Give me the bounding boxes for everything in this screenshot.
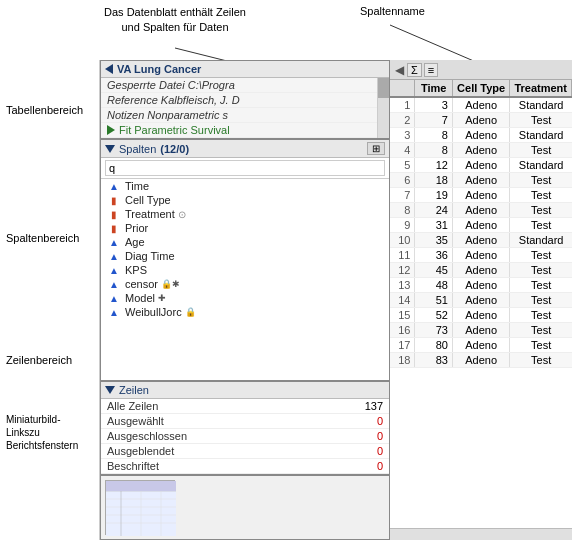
data-nav-header: ◀ Σ ≡ [390, 60, 572, 80]
table-row[interactable]: 8 24 Adeno Test [390, 203, 572, 218]
table-row[interactable]: 3 8 Adeno Standard [390, 128, 572, 143]
data-table-wrap: ◀ Σ ≡ Time Cell Type Treatment 1 3 Adeno… [390, 60, 572, 540]
mini-section [101, 474, 389, 539]
va-content-wrap: Gesperrte Datei C:\Progra Reference Kalb… [101, 78, 389, 138]
table-scrollbar-horizontal[interactable] [390, 528, 572, 540]
zeilen-header[interactable]: Zeilen [101, 380, 389, 399]
col-item-time[interactable]: ▲ Time [101, 179, 389, 193]
row-num: 1 [390, 98, 415, 112]
table-row[interactable]: 16 73 Adeno Test [390, 323, 572, 338]
time-icon: ▲ [107, 180, 121, 192]
col-item-model[interactable]: ▲ Model ✚ [101, 291, 389, 305]
row-time: 52 [415, 308, 453, 322]
row-cell-type: Adeno [453, 323, 510, 337]
row-treatment: Test [510, 203, 572, 217]
row-treatment: Test [510, 143, 572, 157]
table-row[interactable]: 2 7 Adeno Test [390, 113, 572, 128]
nav-left-arrow[interactable]: ◀ [392, 63, 407, 77]
sigma-button[interactable]: Σ [407, 63, 422, 77]
row-time: 24 [415, 203, 453, 217]
mini-thumbnail[interactable] [105, 480, 175, 535]
row-num: 3 [390, 128, 415, 142]
col-header-time[interactable]: Time [415, 80, 453, 96]
table-row[interactable]: 13 48 Adeno Test [390, 278, 572, 293]
row-cell-type: Adeno [453, 98, 510, 112]
row-num: 10 [390, 233, 415, 247]
kps-icon: ▲ [107, 264, 121, 276]
col-item-diag-time[interactable]: ▲ Diag Time [101, 249, 389, 263]
row-time: 51 [415, 293, 453, 307]
table-row[interactable]: 11 36 Adeno Test [390, 248, 572, 263]
cell-type-icon: ▮ [107, 194, 121, 206]
treatment-extra-icon: ⊙ [178, 209, 186, 220]
row-cell-type: Adeno [453, 143, 510, 157]
row-cell-type: Adeno [453, 233, 510, 247]
zeilen-row-alle: Alle Zeilen 137 [101, 399, 389, 414]
label-spaltenbereich: Spaltenbereich [0, 160, 99, 315]
row-treatment: Standard [510, 158, 572, 172]
treatment-icon: ▮ [107, 208, 121, 220]
row-treatment: Standard [510, 233, 572, 247]
row-cell-type: Adeno [453, 128, 510, 142]
va-scrollbar[interactable] [377, 78, 389, 138]
col-item-censor[interactable]: ▲ censor 🔒 ✱ [101, 277, 389, 291]
va-row-0: Gesperrte Datei C:\Progra [101, 78, 377, 93]
table-row[interactable]: 7 19 Adeno Test [390, 188, 572, 203]
row-num: 11 [390, 248, 415, 262]
row-cell-type: Adeno [453, 113, 510, 127]
spalten-title: Spalten [119, 143, 156, 155]
table-row[interactable]: 6 18 Adeno Test [390, 173, 572, 188]
col-item-kps[interactable]: ▲ KPS [101, 263, 389, 277]
col-header-cell-type[interactable]: Cell Type [453, 80, 510, 96]
col-item-cell-type[interactable]: ▮ Cell Type [101, 193, 389, 207]
va-row-3[interactable]: Fit Parametric Survival [101, 123, 377, 138]
table-row[interactable]: 14 51 Adeno Test [390, 293, 572, 308]
zeilen-row-ausgeblendet: Ausgeblendet 0 [101, 444, 389, 459]
age-icon: ▲ [107, 236, 121, 248]
row-treatment: Standard [510, 98, 572, 112]
table-row[interactable]: 15 52 Adeno Test [390, 308, 572, 323]
table-row[interactable]: 17 80 Adeno Test [390, 338, 572, 353]
table-row[interactable]: 1 3 Adeno Standard [390, 98, 572, 113]
va-scrollbar-thumb[interactable] [378, 78, 389, 98]
col-header-num [390, 80, 415, 96]
filter-button[interactable]: ≡ [424, 63, 438, 77]
column-list: ▲ Time ▮ Cell Type ▮ Treatment ⊙ ▮ Prior… [101, 179, 389, 380]
table-row[interactable]: 10 35 Adeno Standard [390, 233, 572, 248]
table-row[interactable]: 4 8 Adeno Test [390, 143, 572, 158]
row-cell-type: Adeno [453, 218, 510, 232]
row-treatment: Test [510, 338, 572, 352]
col-item-weibull[interactable]: ▲ WeibullJorc 🔒 [101, 305, 389, 319]
col-header-treatment[interactable]: Treatment [510, 80, 572, 96]
table-row[interactable]: 9 31 Adeno Test [390, 218, 572, 233]
col-item-prior[interactable]: ▮ Prior [101, 221, 389, 235]
row-cell-type: Adeno [453, 338, 510, 352]
row-num: 9 [390, 218, 415, 232]
spalten-add-button[interactable]: ⊞ [367, 142, 385, 155]
label-tabellenbereich: Tabellenbereich [0, 60, 99, 160]
col-item-treatment[interactable]: ▮ Treatment ⊙ [101, 207, 389, 221]
row-treatment: Test [510, 218, 572, 232]
spalten-collapse-icon [105, 145, 115, 153]
row-num: 16 [390, 323, 415, 337]
zeilen-table: Alle Zeilen 137 Ausgewählt 0 Ausgeschlos… [101, 399, 389, 474]
row-cell-type: Adeno [453, 203, 510, 217]
row-time: 48 [415, 278, 453, 292]
va-section-header[interactable]: VA Lung Cancer [101, 61, 389, 78]
row-time: 8 [415, 143, 453, 157]
row-cell-type: Adeno [453, 188, 510, 202]
row-treatment: Test [510, 263, 572, 277]
col-item-age[interactable]: ▲ Age [101, 235, 389, 249]
table-row[interactable]: 5 12 Adeno Standard [390, 158, 572, 173]
weibull-lock-icon: 🔒 [185, 307, 196, 317]
spalten-header[interactable]: Spalten (12/0) ⊞ [101, 138, 389, 158]
center-panel: VA Lung Cancer Gesperrte Datei C:\Progra… [100, 60, 390, 540]
row-time: 3 [415, 98, 453, 112]
row-num: 18 [390, 353, 415, 367]
table-row[interactable]: 12 45 Adeno Test [390, 263, 572, 278]
spalten-search-input[interactable] [105, 160, 385, 176]
label-zeilenbereich: Zeilenbereich [0, 315, 99, 405]
row-cell-type: Adeno [453, 308, 510, 322]
zeilen-row-ausgewaehlt: Ausgewählt 0 [101, 414, 389, 429]
table-row[interactable]: 18 83 Adeno Test [390, 353, 572, 368]
